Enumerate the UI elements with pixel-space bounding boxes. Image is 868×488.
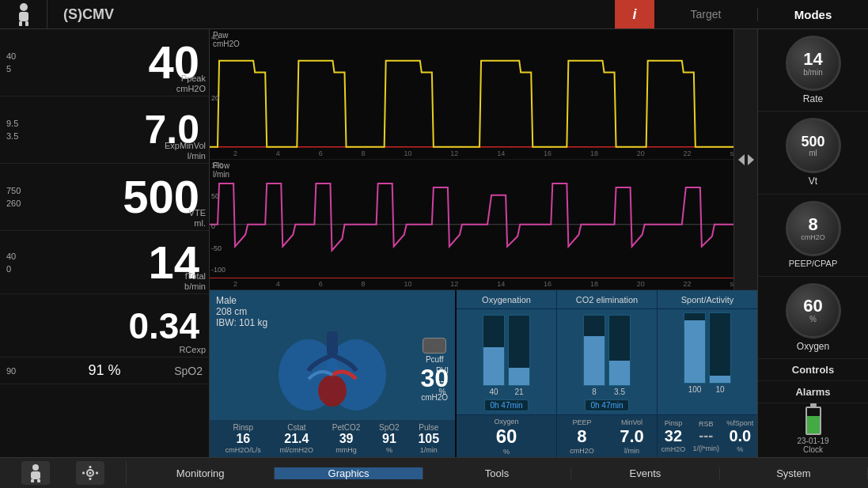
- petco2-measurement[interactable]: PetCO2 39 mmHg: [332, 423, 361, 454]
- bar-graph-area: 40 21 0h 47min: [457, 309, 757, 414]
- pvi-display[interactable]: PVI --- %: [436, 366, 449, 396]
- oxygen-label: Oxygen: [797, 341, 829, 352]
- vt-value: 500: [801, 134, 824, 149]
- paw-svg: [210, 29, 733, 159]
- spo2-value: 91 %: [35, 362, 174, 379]
- spont-bars[interactable]: 100 10: [658, 309, 757, 414]
- section-headers: Oxygenation CO2 elimination Spont/Activi…: [457, 290, 757, 309]
- waveform-scroll-icon: [738, 154, 754, 165]
- oxygen-value: 60: [803, 297, 822, 315]
- vt-dial[interactable]: 500 ml: [786, 118, 841, 173]
- oxy-bottom[interactable]: Oxygen 60 %: [457, 415, 557, 457]
- mode-title: (S)CMV: [47, 6, 615, 23]
- vt-label: Vt: [809, 176, 817, 187]
- vte-row[interactable]: 750 260 500 VTE ml.: [0, 164, 209, 231]
- expminvol-limits: 9.5 3.5: [3, 119, 35, 141]
- spo2-measurement[interactable]: SpO2 91 %: [379, 423, 400, 454]
- rcexp-value: 0.34: [35, 308, 206, 344]
- pvi-label: PVI: [436, 366, 449, 375]
- target-button[interactable]: Target: [654, 8, 757, 21]
- clock-display: 23-01-19 Clock: [797, 437, 828, 454]
- svg-rect-22: [96, 472, 98, 475]
- peep-dial[interactable]: 8 cmH2O: [786, 201, 841, 256]
- monitoring-bottom-values: Oxygen 60 % PEEP 8 cmH2O: [457, 414, 757, 457]
- vte-label: VTE ml.: [189, 208, 206, 229]
- co2-bars[interactable]: 8 3.5 0h 47min: [557, 309, 658, 414]
- bottom-icons: [0, 461, 127, 485]
- rcexp-row[interactable]: 0.34 RCexp: [0, 294, 209, 357]
- vte-limits: 750 260: [3, 186, 35, 208]
- vitals-panel: 40 5 40 Ppeak cmH2O 9.5 3.5 7.0 ExpMinVo…: [0, 29, 210, 457]
- info-button[interactable]: i: [615, 0, 654, 28]
- person-icon-btn[interactable]: [21, 461, 50, 485]
- rinsp-measurement[interactable]: Rinsp 16 cmH2O/L/s: [226, 423, 261, 454]
- bottom-bar: Monitoring Graphics Tools Events System: [0, 457, 868, 488]
- top-bar: (S)CMV i Target Modes: [0, 0, 868, 29]
- nav-graphics[interactable]: Graphics: [275, 467, 423, 479]
- oxygenation-title: Oxygenation: [457, 290, 557, 308]
- nav-monitoring[interactable]: Monitoring: [127, 467, 275, 479]
- bottom-info: Male 208 cm IBW: 101 kg: [210, 290, 757, 457]
- rate-dial-section[interactable]: 14 b/min Rate: [758, 29, 868, 112]
- peep-value: 8: [808, 216, 817, 233]
- co2-title: CO2 elimination: [557, 290, 658, 308]
- peep-dial-section[interactable]: 8 cmH2O PEEP/CPAP: [758, 195, 868, 277]
- settings-icon: [82, 466, 98, 480]
- patient-ibw: IBW: 101 kg: [216, 317, 449, 328]
- ftotal-label: fTotal b/min: [184, 271, 206, 292]
- pvi-value: ---: [436, 375, 449, 388]
- rate-unit: b/min: [803, 68, 822, 77]
- battery-clock: 23-01-19 Clock: [758, 403, 868, 457]
- cstat-measurement[interactable]: Cstat 21.4 ml/cmH2O: [280, 423, 314, 454]
- spo2-label: SpO2: [174, 365, 206, 377]
- oxy-time: 0h 47min: [484, 399, 528, 411]
- rate-label: Rate: [803, 93, 823, 104]
- vt-unit: ml: [809, 149, 817, 157]
- svg-rect-1: [19, 12, 28, 21]
- alarms-section[interactable]: Alarms: [758, 381, 868, 403]
- spo2-limit: 90: [3, 366, 35, 376]
- svg-marker-8: [748, 154, 754, 165]
- flow-svg: [210, 160, 733, 290]
- oxygen-unit: %: [809, 315, 817, 323]
- co2-bottom[interactable]: PEEP 8 cmH2O MinVol 7.0 l/min: [557, 415, 658, 457]
- pulse-measurement[interactable]: Pulse 105 1/min: [418, 423, 439, 454]
- ppeak-limits: 40 5: [3, 51, 35, 74]
- oxygenation-bars[interactable]: 40 21 0h 47min: [457, 309, 557, 414]
- oxygen-dial[interactable]: 60 %: [786, 283, 841, 339]
- paw-waveform: PawcmH2O 40 20 246810121416182022s: [210, 29, 757, 160]
- svg-point-0: [20, 3, 28, 11]
- svg-rect-14: [31, 471, 40, 479]
- rcexp-label: RCexp: [179, 345, 206, 355]
- expminvol-row[interactable]: 9.5 3.5 7.0 ExpMinVol l/min: [0, 96, 209, 164]
- patient-icon-area: [0, 0, 47, 28]
- right-panel: 14 b/min Rate 500 ml Vt 8 cmH2O PEEP/CP: [757, 29, 868, 457]
- svg-rect-16: [37, 479, 40, 482]
- rate-dial[interactable]: 14 b/min: [786, 36, 841, 91]
- lung-svg: [265, 331, 400, 418]
- vt-dial-section[interactable]: 500 ml Vt: [758, 112, 868, 194]
- oxygen-dial-section[interactable]: 60 % Oxygen: [758, 277, 868, 359]
- patient-body: Pcuff 30 cmH2O PVI --- %: [210, 330, 455, 420]
- svg-point-18: [89, 472, 92, 475]
- svg-rect-20: [89, 478, 92, 480]
- nav-system[interactable]: System: [720, 467, 868, 479]
- svg-rect-15: [31, 479, 34, 482]
- controls-section[interactable]: Controls: [758, 359, 868, 381]
- svg-point-13: [32, 464, 39, 471]
- spont-bottom[interactable]: Pinsp 32 cmH2O RSB --- 1/(l*min) %fSpont: [658, 415, 757, 457]
- spo2-row[interactable]: 90 91 % SpO2: [0, 357, 209, 384]
- settings-icon-btn[interactable]: [76, 461, 104, 485]
- vte-value: 500: [35, 174, 206, 220]
- nav-events[interactable]: Events: [571, 467, 719, 479]
- patient-measurements: Rinsp 16 cmH2O/L/s Cstat 21.4 ml/cmH2O P…: [210, 420, 455, 457]
- expminvol-label: ExpMinVol l/min: [165, 141, 206, 161]
- ftotal-row[interactable]: 40 0 14 fTotal b/min: [0, 231, 209, 294]
- patient-panel: Male 208 cm IBW: 101 kg: [210, 290, 455, 457]
- nav-tools[interactable]: Tools: [423, 467, 571, 479]
- ppeak-row[interactable]: 40 5 40 Ppeak cmH2O: [0, 29, 209, 96]
- oxy-bottom-value: 60: [496, 426, 517, 448]
- waveform-controls[interactable]: [733, 29, 757, 289]
- patient-gender: Male: [216, 295, 449, 306]
- modes-button[interactable]: Modes: [757, 8, 868, 21]
